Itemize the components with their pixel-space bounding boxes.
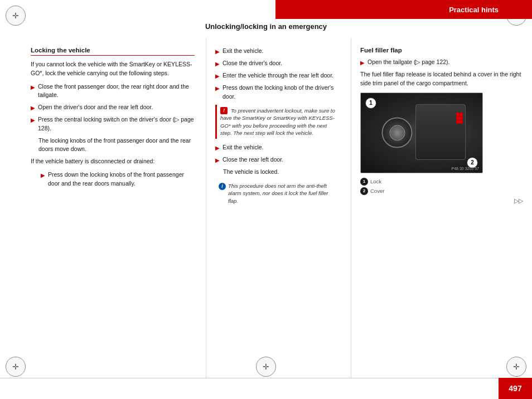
mid-step-3: ▶ Enter the vehicle through the rear lef… [215,71,340,80]
label-1-text: Lock [370,178,381,184]
mid-bullet-3: ▶ [215,72,220,80]
mid-bullet-6: ▶ [215,156,220,164]
lock-inner-circle [389,125,405,140]
mid-bullet-4: ▶ [215,84,220,93]
right-step-1: ▶ Open the tailgate (▷ page 122). [360,58,523,67]
condition-text: If the vehicle battery is disconnected o… [31,157,195,166]
label-cover: 2 Cover [360,187,523,195]
sub-step-text: Press down the locking knobs of the fron… [48,171,195,188]
page-number: 497 [509,384,521,393]
locking-knobs-text: The locking knobs of the front passenger… [38,137,195,154]
badge-1: 1 [365,98,376,109]
mid-step-4-text: Press down the locking knob of the drive… [223,84,340,101]
label-2-num: 2 [360,187,368,195]
vehicle-locked-text: The vehicle is locked. [223,168,340,177]
step-2: ▶ Open the driver's door and the rear le… [31,103,195,112]
label-2-text: Cover [370,188,384,194]
fuel-filler-image: 1 2 P48 30 3203 57 [360,93,483,173]
fuel-filler-heading: Fuel filler flap [360,47,523,53]
mid-step-4: ▶ Press down the locking knob of the dri… [215,84,340,101]
right-bullet-1: ▶ [360,59,365,67]
warning-icon: ! [220,107,228,114]
mid-column: ▶ Exit the vehicle. ▶ Close the driver's… [206,38,351,378]
filler-flap-desc: The fuel filler flap release is located … [360,70,523,88]
intro-text: If you cannot lock the vehicle with the … [31,60,195,78]
section-title: Unlocking/locking in an emergency [205,22,327,31]
mid-bullet-1: ▶ [215,47,220,56]
step-3-text: Press the central locking switch on the … [38,115,195,133]
mid-step-5: ▶ Exit the vehicle. [215,143,340,152]
mid-step-6-text: Close the rear left door. [223,155,283,164]
chapter-header: Practical hints [275,0,532,19]
forward-arrows: ▷▷ [360,197,523,205]
mid-step-2-text: Close the driver's door. [223,59,282,68]
bullet-arrow-1: ▶ [31,83,35,91]
mid-bullet-2: ▶ [215,60,220,68]
right-step-1-text: Open the tailgate (▷ page 122). [367,58,450,67]
section-title-bar: Unlocking/locking in an emergency [0,19,532,33]
label-lock: 1 Lock [360,178,523,186]
info-text: This procedure does not arm the anti-the… [228,182,336,205]
main-content: Locking the vehicle If you cannot lock t… [0,38,532,378]
left-column: Locking the vehicle If you cannot lock t… [0,38,206,378]
right-column: Fuel filler flap ▶ Open the tailgate (▷ … [351,38,532,378]
mid-step-5-text: Exit the vehicle. [223,143,264,152]
bullet-arrow-3: ▶ [31,116,35,124]
step-3: ▶ Press the central locking switch on th… [31,115,195,133]
image-caption: P48 30 3203 57 [452,167,479,171]
mid-step-1: ▶ Exit the vehicle. [215,47,340,56]
info-box: i This procedure does not arm the anti-t… [215,180,340,207]
mid-step-3-text: Enter the vehicle through the rear left … [223,71,333,80]
page-number-box: 497 [499,378,532,399]
locking-vehicle-heading: Locking the vehicle [31,47,195,56]
bottom-bar [0,378,532,399]
chapter-title: Practical hints [449,6,499,14]
bullet-arrow-2: ▶ [31,104,35,112]
warning-text: To prevent inadvertent lockout, make sur… [220,108,335,137]
step-1: ▶ Close the front passenger door, the re… [31,82,195,100]
step-2-text: Open the driver's door and the rear left… [38,103,153,112]
mid-bullet-5: ▶ [215,144,220,152]
sub-step: ▶ Press down the locking knobs of the fr… [41,171,195,188]
mid-step-2: ▶ Close the driver's door. [215,59,340,68]
mid-step-6: ▶ Close the rear left door. [215,155,340,164]
warning-box: ! To prevent inadvertent lockout, make s… [215,105,340,139]
red-indicator [456,113,463,124]
info-icon: i [219,183,226,190]
step-1-text: Close the front passenger door, the rear… [38,82,195,100]
lock-knob [382,118,413,148]
mid-step-1-text: Exit the vehicle. [223,47,264,56]
sub-bullet-arrow: ▶ [41,171,45,179]
label-1-num: 1 [360,178,368,186]
